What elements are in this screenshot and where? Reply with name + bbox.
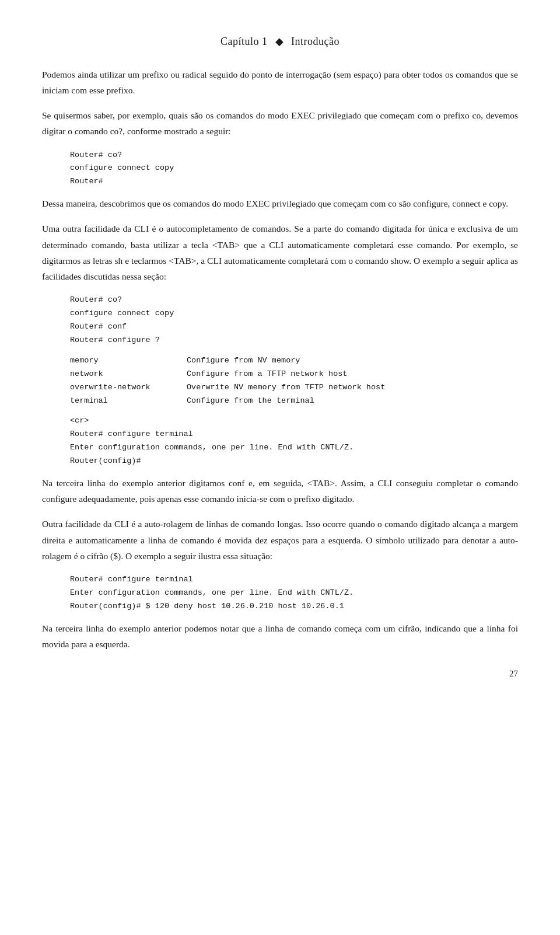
code-line: configure connect copy	[70, 307, 518, 320]
cli-col-left: memory	[70, 354, 187, 368]
paragraph-6: Outra facilidade da CLI é a auto-rolagem…	[42, 516, 518, 563]
paragraph-2: Se quisermos saber, por exemplo, quais s…	[42, 107, 518, 139]
code-line: Router# configure terminal	[70, 428, 518, 441]
code-line: Router# configure terminal	[70, 573, 518, 587]
cli-table-row: network Configure from a TFTP network ho…	[70, 368, 518, 381]
paragraph-7: Na terceira linha do exemplo anterior po…	[42, 620, 518, 652]
code-block-1: Router# co? configure connect copy Route…	[70, 149, 518, 189]
paragraph-3: Dessa maneira, descobrimos que os comand…	[42, 196, 518, 211]
chapter-label: Capítulo 1	[220, 36, 268, 47]
code-block-2-end: <cr> Router# configure terminal Enter co…	[70, 414, 518, 468]
code-line: Router(config)# $ 120 deny host 10.26.0.…	[70, 600, 518, 613]
code-block-3: Router# configure terminal Enter configu…	[70, 573, 518, 613]
code-line: Router(config)#	[70, 455, 518, 468]
cli-table-row: memory Configure from NV memory	[70, 354, 518, 368]
chapter-title: Introdução	[291, 36, 340, 47]
page: Capítulo 1 ◆ Introdução Podemos ainda ut…	[0, 0, 560, 696]
code-line: Router# co?	[70, 149, 518, 162]
page-number: 27	[509, 669, 518, 679]
code-line: Router# co?	[70, 294, 518, 307]
cli-col-right: Configure from the terminal	[187, 395, 518, 408]
code-block-2: Router# co? configure connect copy Route…	[70, 294, 518, 347]
code-line: Enter configuration commands, one per li…	[70, 441, 518, 455]
code-line: <cr>	[70, 414, 518, 428]
cli-col-left: overwrite-network	[70, 381, 187, 395]
cli-col-left: terminal	[70, 395, 187, 408]
paragraph-4: Uma outra facilidade da CLI é o autocomp…	[42, 221, 518, 284]
code-line: Router#	[70, 175, 518, 189]
chapter-header: Capítulo 1 ◆ Introdução	[42, 35, 518, 48]
cli-table-row: terminal Configure from the terminal	[70, 395, 518, 408]
cli-col-right: Overwrite NV memory from TFTP network ho…	[187, 381, 518, 395]
cli-col-right: Configure from a TFTP network host	[187, 368, 518, 381]
cli-table: memory Configure from NV memory network …	[70, 354, 518, 408]
paragraph-1: Podemos ainda utilizar um prefixo ou rad…	[42, 67, 518, 98]
paragraph-5: Na terceira linha do exemplo anterior di…	[42, 475, 518, 507]
cli-col-right: Configure from NV memory	[187, 354, 518, 368]
code-line: Router# conf	[70, 320, 518, 334]
cli-col-left: network	[70, 368, 187, 381]
code-line: Router# configure ?	[70, 334, 518, 347]
cli-table-row: overwrite-network Overwrite NV memory fr…	[70, 381, 518, 395]
code-line: Enter configuration commands, one per li…	[70, 587, 518, 600]
code-line: configure connect copy	[70, 162, 518, 175]
chapter-bullet: ◆	[275, 36, 284, 47]
